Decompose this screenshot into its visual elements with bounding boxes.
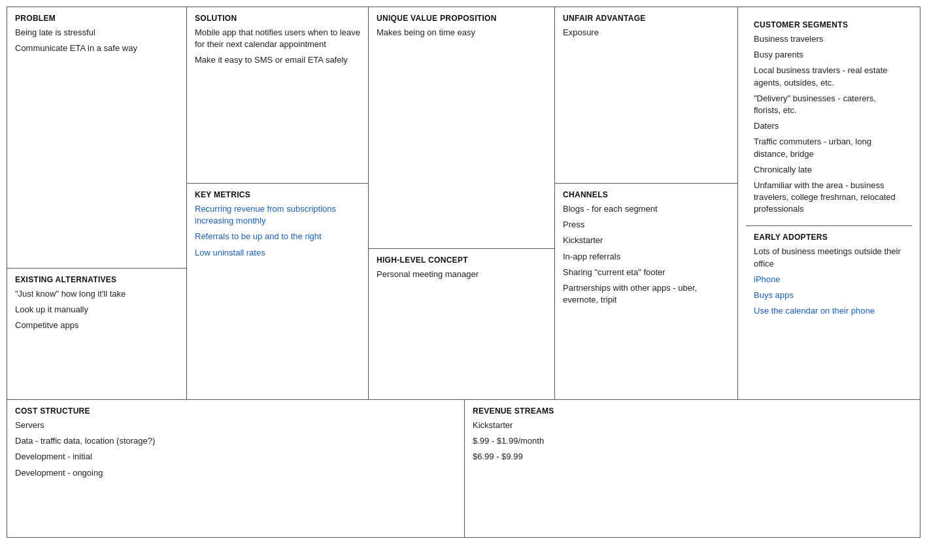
uvp-column: UNIQUE VALUE PROPOSITION Makes being on …: [369, 7, 555, 399]
revenue-item-1: $.99 - $1.99/month: [473, 435, 912, 447]
segment-item-2: Local business travlers - real estate ag…: [754, 65, 904, 88]
solution-item-1: Make it easy to SMS or email ETA safely: [195, 54, 360, 66]
early-adopter-item-3: Use the calendar on their phone: [754, 305, 904, 317]
high-level-concept-cell: HIGH-LEVEL CONCEPT Personal meeting mana…: [369, 249, 554, 399]
top-section: PROBLEM Being late is stressful Communic…: [7, 7, 920, 399]
problem-cell: PROBLEM Being late is stressful Communic…: [7, 7, 186, 269]
cost-structure-cell: COST STRUCTURE Servers Data - traffic da…: [7, 400, 465, 537]
cost-item-0: Servers: [15, 420, 456, 431]
high-level-concept-item-0: Personal meeting manager: [377, 269, 547, 280]
cost-structure-header: COST STRUCTURE: [15, 406, 456, 416]
segments-content: Business travelers Busy parents Local bu…: [754, 33, 904, 215]
existing-alternatives-content: "Just know" how long it'll take Look up …: [15, 288, 178, 332]
channels-item-0: Blogs - for each segment: [563, 203, 730, 215]
key-metrics-item-0: Recurring revenue from subscriptions inc…: [195, 203, 360, 227]
alt-item-0: "Just know" how long it'll take: [15, 288, 178, 300]
existing-alternatives-cell: EXISTING ALTERNATIVES "Just know" how lo…: [7, 269, 186, 399]
unfair-advantage-cell: UNFAIR ADVANTAGE Exposure: [555, 7, 737, 184]
unfair-advantage-content: Exposure: [563, 27, 730, 39]
segment-item-0: Business travelers: [754, 33, 904, 45]
channels-content: Blogs - for each segment Press Kickstart…: [563, 203, 730, 306]
unfair-advantage-header: UNFAIR ADVANTAGE: [563, 14, 730, 23]
key-metrics-item-2: Low uninstall rates: [195, 247, 360, 259]
solution-header: SOLUTION: [195, 14, 360, 23]
channels-item-2: Kickstarter: [563, 235, 730, 246]
segment-item-7: Unfamiliar with the area - business trav…: [754, 180, 904, 216]
key-metrics-cell: KEY METRICS Recurring revenue from subsc…: [187, 184, 368, 399]
solution-content: Mobile app that notifies users when to l…: [195, 27, 360, 67]
early-adopter-item-2: Buys apps: [754, 289, 904, 301]
channels-header: CHANNELS: [563, 190, 730, 199]
segments-header: CUSTOMER SEGMENTS: [754, 20, 904, 29]
segment-item-6: Chronically late: [754, 164, 904, 176]
cost-structure-content: Servers Data - traffic data, location (s…: [15, 420, 456, 479]
alt-item-2: Competitve apps: [15, 320, 178, 331]
key-metrics-header: KEY METRICS: [195, 190, 360, 199]
early-adopters-content: Lots of business meetings outside their …: [754, 246, 904, 317]
segment-item-5: Traffic commuters - urban, long distance…: [754, 136, 904, 159]
uvp-item-0: Makes being on time easy: [377, 27, 547, 39]
channels-item-5: Partnerships with other apps - uber, eve…: [563, 282, 730, 306]
channels-item-3: In-app referrals: [563, 251, 730, 263]
early-adopter-item-0: Lots of business meetings outside their …: [754, 246, 904, 269]
problem-column: PROBLEM Being late is stressful Communic…: [7, 7, 187, 399]
key-metrics-content: Recurring revenue from subscriptions inc…: [195, 203, 360, 259]
lean-canvas: PROBLEM Being late is stressful Communic…: [0, 0, 927, 560]
uvp-header: UNIQUE VALUE PROPOSITION: [377, 14, 547, 23]
channels-item-1: Press: [563, 219, 730, 231]
segment-item-3: "Delivery" businesses - caterers, floris…: [754, 93, 904, 116]
cost-item-1: Data - traffic data, location (storage?): [15, 435, 456, 447]
high-level-concept-content: Personal meeting manager: [377, 269, 547, 280]
high-level-concept-header: HIGH-LEVEL CONCEPT: [377, 255, 547, 265]
early-adopters-cell: EARLY ADOPTERS Lots of business meetings…: [746, 226, 912, 327]
revenue-streams-header: REVENUE STREAMS: [473, 406, 912, 416]
segment-item-4: Daters: [754, 120, 904, 132]
cost-item-2: Development - initial: [15, 451, 456, 463]
solution-cell: SOLUTION Mobile app that notifies users …: [187, 7, 368, 184]
channels-item-4: Sharing "current eta" footer: [563, 267, 730, 278]
solution-item-0: Mobile app that notifies users when to l…: [195, 27, 360, 50]
revenue-item-0: Kickstarter: [473, 420, 912, 431]
channels-cell: CHANNELS Blogs - for each segment Press …: [555, 184, 737, 399]
cost-item-3: Development - ongoing: [15, 467, 456, 479]
uvp-content: Makes being on time easy: [377, 27, 547, 39]
solution-column: SOLUTION Mobile app that notifies users …: [187, 7, 369, 399]
unfair-advantage-item-0: Exposure: [563, 27, 730, 39]
segment-item-1: Busy parents: [754, 49, 904, 61]
bottom-section: COST STRUCTURE Servers Data - traffic da…: [7, 399, 920, 538]
uvp-cell: UNIQUE VALUE PROPOSITION Makes being on …: [369, 7, 554, 249]
early-adopter-item-1: iPhone: [754, 274, 904, 286]
problem-content: Being late is stressful Communicate ETA …: [15, 27, 178, 54]
problem-item-1: Communicate ETA in a safe way: [15, 42, 178, 54]
alt-item-1: Look up it manually: [15, 304, 178, 316]
early-adopters-header: EARLY ADOPTERS: [754, 233, 904, 242]
segments-cell: CUSTOMER SEGMENTS Business travelers Bus…: [746, 14, 912, 226]
segments-column: CUSTOMER SEGMENTS Business travelers Bus…: [738, 7, 920, 399]
existing-alternatives-header: EXISTING ALTERNATIVES: [15, 275, 178, 284]
key-metrics-item-1: Referrals to be up and to the right: [195, 231, 360, 242]
channels-column: UNFAIR ADVANTAGE Exposure CHANNELS Blogs…: [555, 7, 738, 399]
revenue-streams-cell: REVENUE STREAMS Kickstarter $.99 - $1.99…: [465, 400, 920, 537]
revenue-streams-content: Kickstarter $.99 - $1.99/month $6.99 - $…: [473, 420, 912, 463]
problem-item-0: Being late is stressful: [15, 27, 178, 39]
problem-header: PROBLEM: [15, 14, 178, 23]
revenue-item-2: $6.99 - $9.99: [473, 451, 912, 463]
